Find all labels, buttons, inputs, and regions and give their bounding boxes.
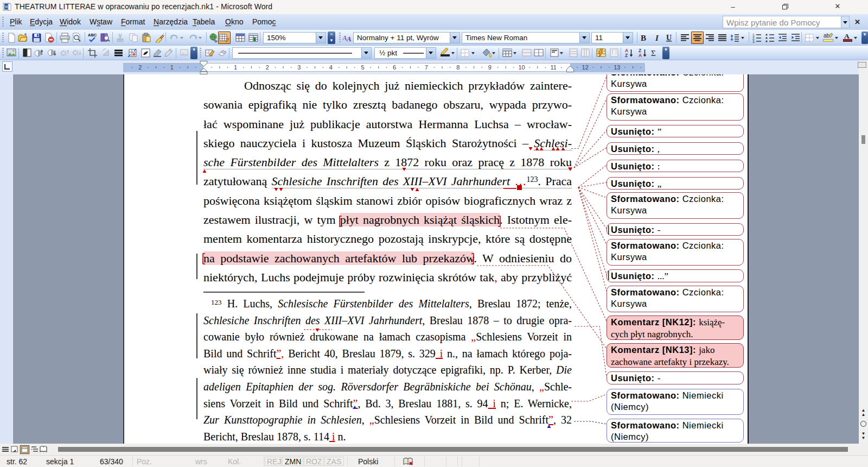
svg-text:3: 3 bbox=[297, 64, 301, 71]
svg-text:A: A bbox=[346, 35, 352, 43]
svg-text:8: 8 bbox=[456, 64, 459, 71]
svg-text:6: 6 bbox=[393, 64, 396, 71]
svg-text:I: I bbox=[655, 34, 659, 42]
svg-text:11: 11 bbox=[550, 64, 556, 71]
svg-text:13: 13 bbox=[614, 64, 620, 71]
svg-text:1: 1 bbox=[170, 64, 174, 71]
svg-text:A: A bbox=[639, 53, 642, 58]
svg-text:10: 10 bbox=[518, 64, 525, 71]
svg-text:Z: Z bbox=[625, 53, 628, 58]
svg-text:2: 2 bbox=[266, 64, 269, 71]
svg-text:1: 1 bbox=[234, 64, 237, 71]
svg-text:5: 5 bbox=[361, 64, 364, 71]
svg-text:Σ: Σ bbox=[651, 49, 656, 58]
svg-text:12: 12 bbox=[582, 64, 589, 71]
svg-text:9: 9 bbox=[488, 64, 492, 71]
svg-text:B: B bbox=[641, 34, 646, 42]
svg-text:ab: ab bbox=[824, 33, 830, 39]
svg-text:7: 7 bbox=[425, 64, 428, 71]
svg-text:3.: 3. bbox=[752, 40, 756, 43]
svg-text:4: 4 bbox=[329, 64, 333, 71]
svg-text:2: 2 bbox=[138, 64, 142, 71]
svg-text:U: U bbox=[666, 34, 672, 42]
svg-text:ABC: ABC bbox=[88, 33, 97, 37]
